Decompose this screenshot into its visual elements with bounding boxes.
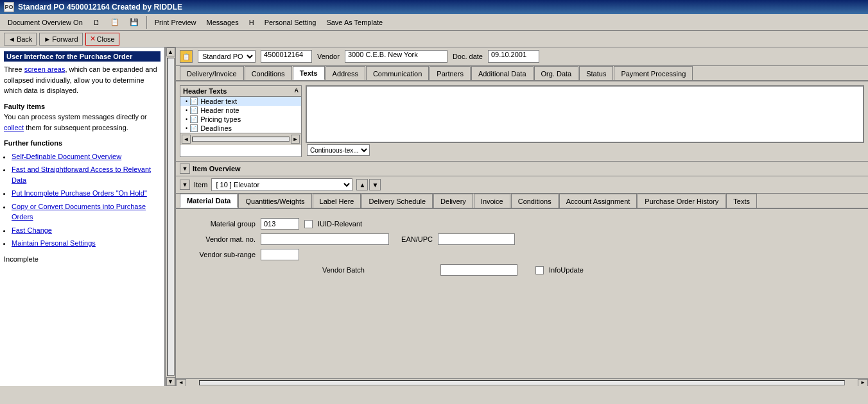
po-type-select[interactable]: Standard PO	[198, 50, 256, 63]
doc-icon-4: 📄	[190, 124, 198, 132]
form-section: Material group IUID-Relevant Vendor mat.…	[181, 214, 863, 283]
menu-icon-new[interactable]: 🗋	[89, 17, 104, 28]
material-group-input[interactable]	[261, 218, 299, 230]
panel-scroll-left[interactable]: ◄	[182, 135, 191, 144]
scroll-thumb	[167, 58, 175, 376]
tab-material-data[interactable]: Material Data	[180, 194, 238, 208]
sidebar-link-put-incomplete[interactable]: Put Incomplete Purchase Orders "On Hold"	[12, 189, 147, 197]
horizontal-scroll-track[interactable]	[199, 380, 845, 385]
iuid-label: IUID-Relevant	[318, 220, 362, 228]
item-nav-up[interactable]: ▲	[356, 179, 368, 190]
tab-purchase-order-history[interactable]: Purchase Order History	[638, 194, 725, 208]
tab-conditions-header[interactable]: Conditions	[245, 66, 292, 80]
form-row-vendor-sub-range: Vendor sub-range	[185, 249, 859, 260]
tab-communication[interactable]: Communication	[366, 66, 429, 80]
tab-invoice[interactable]: Invoice	[474, 194, 510, 208]
back-button[interactable]: ◄ Back	[4, 33, 37, 46]
vendor-sub-range-input[interactable]	[261, 249, 299, 260]
tab-texts-header[interactable]: Texts	[293, 66, 325, 80]
menu-icon-clipboard[interactable]: 📋	[107, 17, 123, 28]
item-expand-icon[interactable]: ▼	[180, 180, 190, 190]
text-list-item-header-note[interactable]: • 📄 Header note	[180, 106, 301, 115]
tab-address[interactable]: Address	[326, 66, 365, 80]
panel-arrow-icon: A	[295, 87, 299, 95]
item-select[interactable]: [ 10 ] Elevator	[211, 178, 352, 191]
doc-icon-1: 📄	[190, 97, 198, 105]
item-nav-arrows: ▲ ▼	[356, 179, 381, 190]
form-row-vendor-mat: Vendor mat. no. EAN/UPC	[185, 233, 859, 245]
vendor-batch-input[interactable]	[440, 264, 517, 276]
vendor-mat-no-input[interactable]	[261, 233, 389, 245]
menu-document-overview[interactable]: Document Overview On	[4, 17, 87, 28]
menu-messages[interactable]: Messages	[203, 17, 243, 28]
text-format-select[interactable]: Continuous-tex...	[307, 144, 370, 156]
menu-print-preview[interactable]: Print Preview	[151, 17, 200, 28]
bullet-icon-3: •	[186, 116, 187, 122]
tab-conditions-item[interactable]: Conditions	[511, 194, 559, 208]
close-button[interactable]: ✕ Close	[85, 33, 119, 46]
sidebar-link-fast-change[interactable]: Fast Change	[12, 226, 52, 234]
menu-icon-h[interactable]: H	[245, 17, 258, 28]
tab-delivery-invoice[interactable]: Delivery/Invoice	[180, 66, 244, 80]
panel-scroll-right[interactable]: ►	[291, 135, 300, 144]
vendor-value: 3000 C.E.B. New York	[345, 50, 447, 63]
menu-save-template[interactable]: Save As Template	[322, 17, 386, 28]
scroll-right-end-btn[interactable]: ►	[858, 379, 868, 387]
app-icon: PO	[4, 2, 14, 12]
vendor-mat-no-label: Vendor mat. no.	[185, 235, 256, 243]
text-list-item-header-text[interactable]: • 📄 Header text	[180, 97, 301, 106]
menu-bar: Document Overview On 🗋 📋 💾 Print Preview…	[0, 14, 868, 31]
item-row: ▼ Item [ 10 ] Elevator ▲ ▼	[176, 176, 868, 194]
item-overview-label: Item Overview	[193, 165, 241, 173]
header-texts-label: Header Texts	[183, 87, 227, 95]
tab-status[interactable]: Status	[579, 66, 613, 80]
doc-icon-2: 📄	[190, 106, 198, 114]
faulty-items-heading: Faulty items	[4, 101, 161, 112]
close-label: Close	[97, 35, 115, 43]
scroll-up-icon[interactable]: ▲	[166, 47, 175, 56]
item-overview-expand-icon[interactable]: ▼	[180, 164, 190, 174]
po-header-row: 📋 Standard PO 4500012164 Vendor 3000 C.E…	[176, 47, 868, 66]
sidebar-link-fast-access[interactable]: Fast and Straightforward Access to Relev…	[12, 165, 151, 184]
scroll-down-icon[interactable]: ▼	[166, 377, 175, 386]
forward-button[interactable]: ► Forward	[39, 33, 82, 46]
text-content-panel[interactable]	[306, 85, 864, 143]
further-functions-heading: Further functions	[4, 138, 161, 149]
sidebar-link-self-definable[interactable]: Self-Definable Document Overview	[12, 153, 121, 160]
tab-texts-item[interactable]: Texts	[726, 194, 757, 208]
sidebar-link-maintain[interactable]: Maintain Personal Settings	[12, 239, 96, 247]
sidebar-header: User Interface for the Purchase Order	[4, 51, 161, 62]
item-overview-bar: ▼ Item Overview	[176, 161, 868, 176]
vendor-sub-range-label: Vendor sub-range	[185, 251, 256, 258]
tab-delivery[interactable]: Delivery	[433, 194, 473, 208]
text-list-item-pricing-types[interactable]: • 📄 Pricing types	[180, 115, 301, 124]
text-list-item-deadlines[interactable]: • 📄 Deadlines	[180, 124, 301, 133]
tab-org-data[interactable]: Org. Data	[534, 66, 579, 80]
menu-icon-save[interactable]: 💾	[126, 17, 143, 28]
po-type-icon: 📋	[180, 50, 193, 63]
menu-personal-setting[interactable]: Personal Setting	[261, 17, 320, 28]
sidebar-link-screen-areas[interactable]: screen areas	[24, 65, 65, 73]
sidebar-scrollbar[interactable]: ▲ ▼	[166, 47, 176, 386]
sidebar-link-copy-convert[interactable]: Copy or Convert Documents into Purchase …	[12, 203, 146, 221]
material-data-panel: Material group IUID-Relevant Vendor mat.…	[176, 209, 868, 378]
sidebar-link-collect[interactable]: collect	[4, 124, 24, 131]
tab-additional-data[interactable]: Additional Data	[471, 66, 534, 80]
item-nav-down[interactable]: ▼	[369, 179, 381, 190]
doc-icon-3: 📄	[190, 115, 198, 123]
back-label: Back	[17, 35, 32, 43]
item-tabs: Material Data Quantities/Weights Label H…	[176, 194, 868, 209]
info-update-checkbox[interactable]	[535, 266, 544, 274]
tab-delivery-schedule[interactable]: Delivery Schedule	[361, 194, 433, 208]
ean-upc-input[interactable]	[438, 233, 515, 245]
tab-account-assignment[interactable]: Account Assignment	[559, 194, 638, 208]
sidebar-content: Three screen areas, which can be expande…	[4, 64, 161, 264]
tab-payment-processing[interactable]: Payment Processing	[614, 66, 693, 80]
bottom-scrollbar[interactable]: ◄ ►	[176, 378, 868, 386]
tab-quantities-weights[interactable]: Quantities/Weights	[238, 194, 311, 208]
iuid-checkbox[interactable]	[304, 220, 313, 228]
scroll-left-end-btn[interactable]: ◄	[176, 379, 186, 387]
tab-partners[interactable]: Partners	[430, 66, 471, 80]
tab-label-here[interactable]: Label Here	[313, 194, 361, 208]
bullet-icon-2: •	[186, 107, 187, 114]
